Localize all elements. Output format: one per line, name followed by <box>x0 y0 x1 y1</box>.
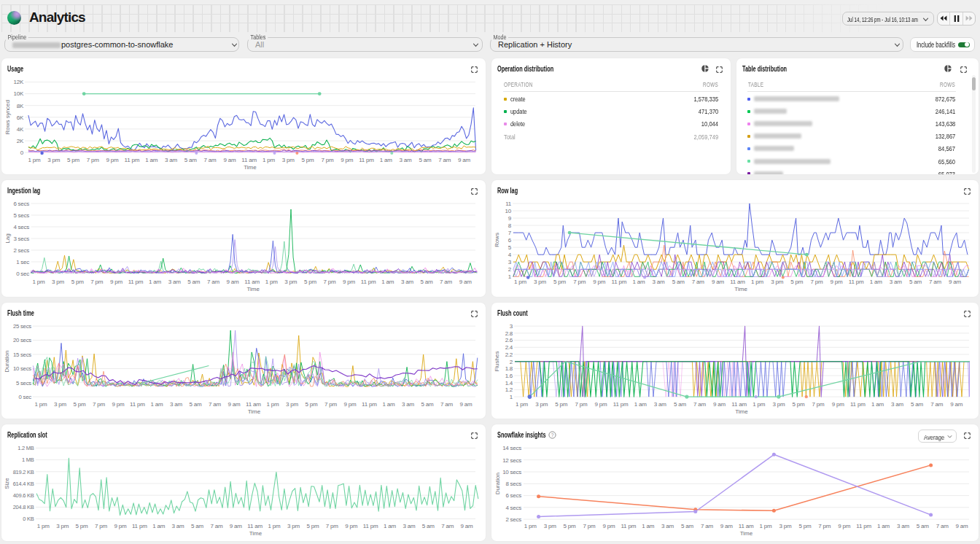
svg-text:7 pm: 7 pm <box>321 156 334 163</box>
svg-text:9 am: 9 am <box>228 400 241 407</box>
svg-text:1.6: 1.6 <box>505 372 513 378</box>
svg-text:8K: 8K <box>17 102 24 109</box>
svg-text:7 am: 7 am <box>204 156 217 163</box>
svg-text:20 secs: 20 secs <box>13 337 31 343</box>
svg-text:9: 9 <box>508 215 512 222</box>
svg-text:6K: 6K <box>17 114 24 120</box>
svg-text:1 pm: 1 pm <box>266 400 279 407</box>
svg-text:11 pm: 11 pm <box>130 400 145 407</box>
svg-text:5 am: 5 am <box>184 156 198 163</box>
svg-text:3 pm: 3 pm <box>47 156 61 163</box>
svg-text:9 pm: 9 pm <box>831 279 844 285</box>
svg-text:4 secs: 4 secs <box>505 505 521 511</box>
svg-text:409.6 KB: 409.6 KB <box>13 492 34 499</box>
svg-text:9 pm: 9 pm <box>343 279 356 285</box>
svg-text:3 am: 3 am <box>165 156 178 163</box>
svg-text:3 pm: 3 pm <box>52 279 65 285</box>
svg-text:0 sec: 0 sec <box>16 271 29 277</box>
svg-text:Flushes: Flushes <box>494 351 501 371</box>
svg-text:8 secs: 8 secs <box>505 481 521 487</box>
svg-text:9 pm: 9 pm <box>832 400 845 407</box>
svg-text:1 pm: 1 pm <box>760 523 773 529</box>
svg-text:11 pm: 11 pm <box>621 523 636 529</box>
svg-text:5 pm: 5 pm <box>793 400 806 407</box>
svg-text:5 am: 5 am <box>419 156 432 163</box>
svg-text:11 pm: 11 pm <box>128 279 144 285</box>
svg-text:5 am: 5 am <box>189 400 202 407</box>
svg-text:5 pm: 5 pm <box>553 279 567 285</box>
svg-text:5 pm: 5 pm <box>304 279 317 285</box>
svg-text:15 secs: 15 secs <box>13 351 31 357</box>
svg-text:3 am: 3 am <box>170 400 183 407</box>
svg-text:7 am: 7 am <box>930 400 944 407</box>
svg-text:1 am: 1 am <box>877 523 890 529</box>
svg-text:11 am: 11 am <box>247 523 262 529</box>
svg-text:11 am: 11 am <box>246 400 261 407</box>
svg-text:1: 1 <box>510 393 513 400</box>
svg-text:5 am: 5 am <box>421 400 434 407</box>
svg-text:9 am: 9 am <box>956 523 969 529</box>
svg-text:10K: 10K <box>14 90 24 97</box>
svg-text:0: 0 <box>20 149 24 155</box>
svg-text:5 pm: 5 pm <box>302 156 315 163</box>
svg-text:3 am: 3 am <box>897 523 910 529</box>
svg-text:Time: Time <box>734 286 747 292</box>
svg-text:Duration: Duration <box>494 473 501 494</box>
svg-text:2.6: 2.6 <box>505 337 513 343</box>
svg-text:5 am: 5 am <box>187 279 201 285</box>
svg-text:7 pm: 7 pm <box>90 279 104 285</box>
svg-text:5 am: 5 am <box>911 400 924 407</box>
svg-text:9 pm: 9 pm <box>593 279 606 285</box>
svg-text:10 secs: 10 secs <box>13 365 31 372</box>
svg-text:7 am: 7 am <box>207 279 220 285</box>
svg-text:11 pm: 11 pm <box>363 523 378 529</box>
svg-text:11 am: 11 am <box>730 279 745 285</box>
svg-text:1 am: 1 am <box>871 400 884 407</box>
svg-text:Time: Time <box>244 163 257 170</box>
svg-text:1 pm: 1 pm <box>524 523 537 529</box>
svg-text:7 am: 7 am <box>701 523 714 529</box>
svg-text:3 am: 3 am <box>654 400 667 407</box>
svg-text:3 pm: 3 pm <box>535 400 548 407</box>
svg-text:7 pm: 7 pm <box>324 279 337 285</box>
svg-text:Lag: Lag <box>4 233 11 243</box>
svg-text:1 am: 1 am <box>380 156 393 163</box>
svg-text:6: 6 <box>508 237 512 244</box>
svg-text:9 am: 9 am <box>949 279 962 285</box>
svg-text:1 am: 1 am <box>384 523 397 529</box>
svg-text:7 pm: 7 pm <box>573 279 586 285</box>
svg-text:Time: Time <box>249 530 262 537</box>
svg-text:11: 11 <box>505 201 512 207</box>
svg-text:3: 3 <box>510 323 513 330</box>
svg-text:1.2 MB: 1.2 MB <box>18 445 34 451</box>
svg-text:1.4: 1.4 <box>505 379 513 386</box>
svg-text:5 am: 5 am <box>674 400 687 407</box>
svg-text:1 pm: 1 pm <box>28 156 41 163</box>
svg-text:5 am: 5 am <box>672 279 685 285</box>
svg-text:Time: Time <box>740 530 753 537</box>
svg-text:1 pm: 1 pm <box>37 523 50 529</box>
svg-text:1 MB: 1 MB <box>22 456 34 463</box>
svg-text:12 secs: 12 secs <box>502 457 521 464</box>
svg-text:4K: 4K <box>17 125 24 132</box>
svg-text:3 pm: 3 pm <box>772 400 785 407</box>
svg-text:9 pm: 9 pm <box>110 279 123 285</box>
svg-text:11 pm: 11 pm <box>359 156 374 163</box>
svg-text:9 am: 9 am <box>713 400 726 407</box>
svg-text:3 pm: 3 pm <box>544 523 557 529</box>
svg-text:7 am: 7 am <box>929 279 942 285</box>
svg-text:11 pm: 11 pm <box>856 523 871 529</box>
svg-text:1 pm: 1 pm <box>268 523 281 529</box>
svg-text:7 pm: 7 pm <box>810 279 823 285</box>
svg-text:3 am: 3 am <box>890 279 903 285</box>
svg-text:9 am: 9 am <box>461 523 474 529</box>
svg-text:7 am: 7 am <box>440 279 453 285</box>
svg-text:9 am: 9 am <box>950 400 963 407</box>
svg-text:1 pm: 1 pm <box>262 156 276 163</box>
svg-text:12K: 12K <box>14 79 24 85</box>
svg-text:2K: 2K <box>17 137 24 144</box>
svg-text:2.2: 2.2 <box>505 351 513 357</box>
svg-text:10 secs: 10 secs <box>502 469 521 475</box>
svg-text:0 sec: 0 sec <box>19 393 32 400</box>
svg-text:5 pm: 5 pm <box>67 156 80 163</box>
